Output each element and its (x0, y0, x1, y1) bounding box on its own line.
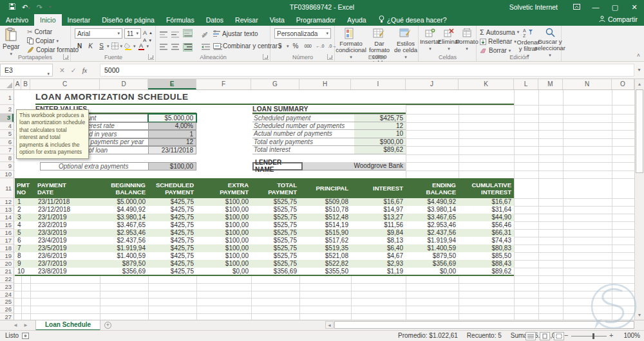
amo-cell[interactable]: $525,75 (251, 260, 299, 268)
amo-cell[interactable]: 1 (15, 198, 35, 206)
zoom-out-icon[interactable]: − (564, 331, 568, 339)
amo-cell[interactable]: $525,75 (251, 252, 299, 260)
amo-cell[interactable]: $100,00 (196, 206, 251, 214)
new-sheet-icon[interactable]: + (104, 322, 111, 329)
amo-cell[interactable]: $100,00 (196, 221, 251, 229)
amo-cell[interactable]: $425,75 (148, 244, 196, 252)
amo-cell[interactable]: 23/3/2019 (35, 229, 84, 237)
amo-cell[interactable]: $11,56 (351, 221, 406, 229)
amo-cell[interactable]: $1.400,59 (406, 244, 459, 252)
amo-cell[interactable]: 3 (15, 214, 35, 221)
amo-cell[interactable]: $1.400,59 (84, 252, 148, 260)
amo-cell[interactable]: $85,50 (459, 252, 514, 260)
amo-cell[interactable]: $2.437,56 (406, 229, 459, 237)
amo-cell[interactable]: $525,75 (251, 229, 299, 237)
amo-cell[interactable]: 9 (15, 260, 35, 268)
amo-cell[interactable]: $3.980,14 (406, 206, 459, 214)
amo-cell[interactable]: $5.000,00 (84, 198, 148, 206)
amo-cell[interactable]: $2.953,46 (84, 229, 148, 237)
sheet-canvas[interactable]: LOAN AMORTIZATION SCHEDULEENTER VALUESLO… (0, 0, 634, 320)
amo-cell[interactable]: 5 (15, 229, 35, 237)
amo-cell[interactable]: $88,43 (459, 260, 514, 268)
value-cell[interactable]: 23/11/2018 (148, 146, 196, 154)
amo-cell[interactable]: $356,69 (406, 260, 459, 268)
amo-cell[interactable]: $425,75 (148, 214, 196, 221)
amo-cell[interactable]: $4,67 (351, 252, 406, 260)
sheet-nav-left-icon[interactable]: ◄ (13, 320, 18, 330)
normal-view-icon[interactable] (526, 332, 536, 340)
page-break-view-icon[interactable] (554, 332, 564, 340)
amo-cell[interactable]: 23/4/2019 (35, 237, 84, 244)
scroll-up-icon[interactable]: ▲ (635, 79, 644, 89)
amo-cell[interactable]: $517,62 (299, 237, 351, 244)
value-cell[interactable]: $100,00 (148, 162, 196, 170)
amo-cell[interactable]: $425,75 (148, 198, 196, 206)
amo-cell[interactable]: $879,50 (84, 260, 148, 268)
amo-cell[interactable]: $510,78 (299, 206, 351, 214)
amo-cell[interactable]: $16,67 (459, 198, 514, 206)
amo-cell[interactable]: $100,00 (196, 198, 251, 206)
amo-cell[interactable]: $522,82 (299, 260, 351, 268)
amo-cell[interactable]: $56,46 (459, 221, 514, 229)
vertical-scroll-thumb[interactable] (636, 89, 643, 173)
zoom-slider-thumb[interactable] (592, 333, 594, 339)
amo-cell[interactable]: $6,40 (351, 244, 406, 252)
amo-cell[interactable]: $425,75 (148, 229, 196, 237)
expand-formula-bar-icon[interactable]: ▾ (634, 64, 644, 77)
page-layout-view-icon[interactable] (540, 332, 550, 340)
amo-cell[interactable]: 23/6/2019 (35, 252, 84, 260)
amo-cell[interactable]: $514,19 (299, 221, 351, 229)
amo-cell[interactable]: $425,75 (148, 206, 196, 214)
amo-cell[interactable]: 23/5/2019 (35, 244, 84, 252)
amo-cell[interactable]: $525,75 (251, 198, 299, 206)
amo-cell[interactable]: $1.919,94 (406, 237, 459, 244)
amo-cell[interactable]: $512,48 (299, 214, 351, 221)
amo-cell[interactable]: $3.467,65 (406, 214, 459, 221)
lender-value[interactable]: Woodgrove Bank (303, 162, 406, 170)
amo-cell[interactable]: $16,67 (351, 198, 406, 206)
amo-cell[interactable]: $100,00 (196, 237, 251, 244)
selected-cell-E3[interactable]: $5.000,00 (148, 114, 196, 122)
amo-cell[interactable]: $425,75 (148, 221, 196, 229)
amo-cell[interactable]: $525,75 (251, 244, 299, 252)
amo-cell[interactable]: $525,75 (251, 221, 299, 229)
amo-cell[interactable]: 8 (15, 252, 35, 260)
amo-cell[interactable]: $3.467,65 (84, 221, 148, 229)
amo-cell[interactable]: $2,93 (351, 260, 406, 268)
amo-cell[interactable]: 6 (15, 237, 35, 244)
amo-cell[interactable]: $521,08 (299, 252, 351, 260)
amo-cell[interactable]: $3.980,14 (84, 214, 148, 221)
amo-cell[interactable]: $2.953,46 (406, 221, 459, 229)
amo-cell[interactable]: $515,90 (299, 229, 351, 237)
hscroll-left-icon[interactable]: ◄ (325, 321, 334, 329)
amo-cell[interactable]: $100,00 (196, 252, 251, 260)
zoom-level[interactable]: 100% (623, 332, 640, 339)
amo-cell[interactable]: 23/1/2019 (35, 214, 84, 221)
amo-cell[interactable]: $9,84 (351, 229, 406, 237)
sheet-tab-loan-schedule[interactable]: Loan Schedule (35, 320, 100, 331)
amo-cell[interactable]: $1.919,94 (84, 244, 148, 252)
amo-cell[interactable]: $100,00 (196, 260, 251, 268)
amo-cell[interactable]: 23/2/2019 (35, 221, 84, 229)
amo-cell[interactable]: $525,75 (251, 206, 299, 214)
amo-cell[interactable]: 7 (15, 244, 35, 252)
sheet-nav-right-icon[interactable]: ► (23, 320, 28, 330)
amo-cell[interactable]: $13,27 (351, 214, 406, 221)
amo-cell[interactable]: $44,90 (459, 214, 514, 221)
amo-cell[interactable]: $100,00 (196, 229, 251, 237)
amo-cell[interactable]: $66,31 (459, 229, 514, 237)
amo-cell[interactable]: $525,75 (251, 214, 299, 221)
amo-cell[interactable]: 2 (15, 206, 35, 214)
amo-cell[interactable]: $74,43 (459, 237, 514, 244)
amo-cell[interactable]: $14,97 (351, 206, 406, 214)
amo-cell[interactable]: 23/11/2018 (35, 198, 84, 206)
amo-cell[interactable]: $525,75 (251, 237, 299, 244)
value-cell[interactable]: 12 (148, 138, 196, 147)
amo-cell[interactable]: $425,75 (148, 237, 196, 244)
amo-cell[interactable]: $2.437,56 (84, 237, 148, 244)
amo-cell[interactable]: 23/12/2018 (35, 206, 84, 214)
zoom-in-icon[interactable]: + (609, 331, 613, 339)
zoom-slider[interactable] (571, 336, 607, 336)
value-cell[interactable]: 1 (148, 130, 196, 138)
amo-cell[interactable]: $8,13 (351, 237, 406, 244)
